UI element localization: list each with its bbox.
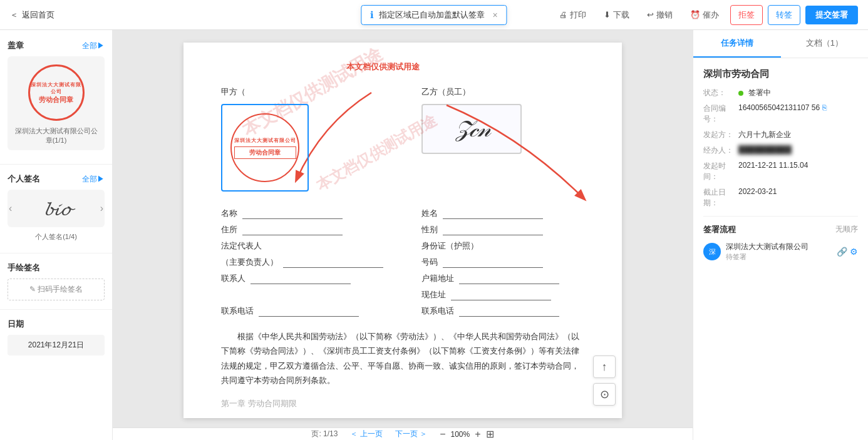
gender-col: 性别 (421, 224, 584, 235)
center-content: 本文档仅供测试用途 本文档仅供测试用途 本文档仅供测试用途 (113, 30, 693, 440)
party-b-col: 乙方（员工） 𝒵𝒸𝓃 (421, 86, 584, 160)
id-num-col: 号码 (421, 257, 584, 268)
individual-sign-header: 个人签名 全部▶ (8, 173, 105, 185)
notification-text: 指定区域已自动加盖默认签章 (379, 9, 485, 21)
back-button[interactable]: ＜ 返回首页 (10, 9, 54, 21)
date-value[interactable]: 2021年12月21日 (8, 335, 105, 356)
tab-task-details[interactable]: 任务详情 (693, 30, 781, 58)
seal-circle: 深圳法大大测试有限公司 劳动合同章 (28, 64, 85, 121)
body-text-section: 根据《中华人民共和国劳动法》（以下简称《劳动法》）、《中华人民共和国劳动合同法》… (221, 329, 584, 388)
name-label: 名称 (221, 208, 237, 218)
download-icon: ⬇ (604, 10, 611, 19)
seal-inner-text: 劳动合同章 (39, 95, 73, 104)
scroll-controls: ↑ ⊙ (593, 356, 616, 406)
phone-label: 联系电话 (221, 306, 254, 315)
contract-no-row: 合同编号： 16400565042131107 56 ⎘ (703, 103, 858, 125)
individual-sign-all[interactable]: 全部▶ (82, 174, 105, 185)
contact-row: 联系人 户籍地址 (221, 273, 584, 284)
flow-title-row: 签署流程 无顺序 (703, 224, 858, 235)
handler-label: 经办人： (703, 145, 738, 156)
phone2-label: 联系电话 (421, 306, 454, 315)
seal-caption: 深圳法大大测试有限公司公章(1/1) (13, 126, 100, 145)
seal-section-header: 盖章 全部▶ (8, 40, 105, 51)
seal-card[interactable]: 深圳法大大测试有限公司 劳动合同章 深圳法大大测试有限公司公章(1/1) (8, 56, 105, 150)
flow-company-status: 待签署 (726, 252, 809, 262)
address2-line (451, 290, 551, 300)
issue-time-label: 发起时间： (703, 161, 738, 182)
sign-prev-icon[interactable]: ‹ (9, 203, 12, 214)
address-row: 住所 性别 (221, 224, 584, 235)
copy-contract-no-button[interactable]: ⎘ (822, 103, 827, 112)
hukou-col: 户籍地址 (421, 273, 584, 284)
status-dot (738, 91, 743, 96)
fit-icon[interactable]: ⊞ (486, 428, 494, 440)
download-button[interactable]: ⬇ 下载 (597, 6, 636, 24)
toolbar: ＜ 返回首页 ℹ 指定区域已自动加盖默认签章 × 🖨 打印 ⬇ 下载 ↩ 撤销 … (0, 0, 868, 30)
flow-settings-button[interactable]: ⚙ (850, 247, 858, 257)
party-a-col: 甲方（ 深圳法大大测试有限公司 劳动合同章 (221, 86, 384, 198)
watermark-label: 本文档仅供测试用途 (346, 61, 420, 73)
close-icon[interactable]: × (492, 10, 497, 20)
name-line-a (242, 209, 343, 219)
sign-next-icon[interactable]: › (100, 203, 103, 214)
more-text: 第一章 劳动合同期限 (221, 396, 584, 412)
id-label: 身份证（护照） (421, 241, 478, 250)
contact-label: 联系人 (221, 274, 245, 283)
reject-button[interactable]: 拒签 (730, 5, 763, 25)
doc-content: 甲方（ 深圳法大大测试有限公司 劳动合同章 (221, 86, 584, 412)
contract-no-label: 合同编号： (703, 103, 738, 125)
contract-no-value: 16400565042131107 56 ⎘ (738, 103, 858, 112)
individual-sign-area[interactable]: ‹ 𝓫𝓲𝓸 › (8, 190, 105, 227)
address2-label: 现住址 (421, 290, 446, 299)
flow-no-limit: 无顺序 (835, 224, 858, 235)
seal-image: 深圳法大大测试有限公司 劳动合同章 (25, 61, 88, 124)
tab-documents[interactable]: 文档（1） (781, 30, 869, 58)
address2-col: 现住址 (421, 289, 584, 300)
notification-banner: ℹ 指定区域已自动加盖默认签章 × (361, 5, 507, 25)
section-divider (703, 216, 858, 217)
issuer-row: 发起方： 六月十九新企业 (703, 130, 858, 140)
deadline-row: 截止日期： 2022-03-21 (703, 187, 858, 208)
deadline-label: 截止日期： (703, 187, 738, 208)
phone-line-b (459, 307, 559, 317)
print-button[interactable]: 🖨 打印 (553, 6, 592, 24)
divider-3 (0, 309, 112, 310)
main-container: 盖章 全部▶ 深圳法大大测试有限公司 劳动合同章 深圳法大大测试有限公司公章(1… (0, 30, 868, 440)
legal-row: 法定代表人 身份证（护照） (221, 240, 584, 252)
zoom-in-button[interactable]: + (475, 429, 480, 440)
date-title: 日期 (8, 319, 105, 330)
seal-all-link[interactable]: 全部▶ (82, 41, 105, 51)
flow-link-button[interactable]: 🔗 (837, 247, 847, 257)
transfer-button[interactable]: 转签 (768, 5, 800, 25)
main-person-label: （主要负责人） (221, 257, 278, 267)
name-col-a: 名称 (221, 208, 384, 219)
scroll-up-button[interactable]: ↑ (593, 356, 616, 378)
hukou-label: 户籍地址 (421, 274, 454, 283)
urge-button[interactable]: ⏰ 催办 (684, 6, 725, 24)
individual-sign-caption: 个人签名(1/4) (8, 232, 105, 242)
handler-row: 经办人： ██████████ (703, 145, 858, 156)
empty-col (221, 289, 384, 300)
scroll-down-button[interactable]: ⊙ (593, 383, 616, 406)
handwrite-section: 手绘签名 ✎ 扫码手绘签名 (0, 258, 112, 304)
gender-line (443, 225, 543, 235)
next-page-button[interactable]: 下一页 ＞ (395, 429, 427, 439)
revoke-icon: ↩ (647, 10, 654, 19)
flow-company-name: 深圳法大大测试有限公司 (726, 242, 809, 252)
main-person-row: （主要负责人） 号码 (221, 257, 584, 268)
divider-1 (0, 164, 112, 165)
contact-col-a: 联系人 (221, 273, 384, 284)
handwrite-scan-button[interactable]: ✎ 扫码手绘签名 (8, 279, 105, 300)
submit-button[interactable]: 提交签署 (805, 6, 858, 24)
phone-line-a (259, 307, 359, 317)
revoke-button[interactable]: ↩ 撤销 (641, 6, 679, 24)
company-seal-placeholder[interactable]: 深圳法大大测试有限公司 劳动合同章 (221, 104, 309, 192)
surname-label: 姓名 (421, 208, 438, 218)
zoom-out-button[interactable]: − (440, 429, 445, 440)
print-icon: 🖨 (559, 10, 567, 19)
name-row: 名称 姓名 (221, 208, 584, 219)
party-b-label: 乙方（员工） (421, 86, 584, 98)
individual-sign-section: 个人签名 全部▶ ‹ 𝓫𝓲𝓸 › 个人签名(1/4) (0, 170, 112, 248)
prev-page-button[interactable]: ＜ 上一页 (350, 429, 382, 439)
person-sign-placeholder[interactable]: 𝒵𝒸𝓃 (421, 104, 522, 154)
